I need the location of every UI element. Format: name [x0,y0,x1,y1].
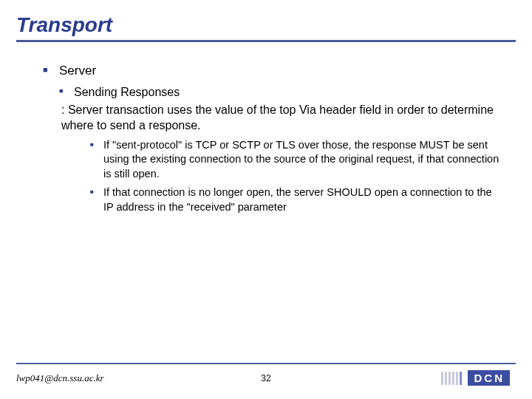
page-number: 32 [261,373,270,383]
sending-description: : Server transaction uses the value of t… [59,102,504,134]
footer-logo: DCN [441,370,511,386]
content-area: Server Sending Responses : Server transa… [0,42,532,215]
bullet-point-2: If that connection is no longer open, th… [90,185,504,214]
bullet-point-1: If "sent-protocol" is TCP or SCTP or TLS… [90,138,504,182]
logo-text: DCN [468,370,511,386]
footer-email: lwp041@dcn.ssu.ac.kr [16,372,103,384]
slide-title: Transport [0,0,532,40]
bullet-sending-responses: Sending Responses [59,84,504,100]
footer: lwp041@dcn.ssu.ac.kr 32 DCN [0,363,532,386]
footer-divider [16,363,516,364]
bullet-server: Server [43,63,504,80]
logo-bars-icon [441,372,462,385]
